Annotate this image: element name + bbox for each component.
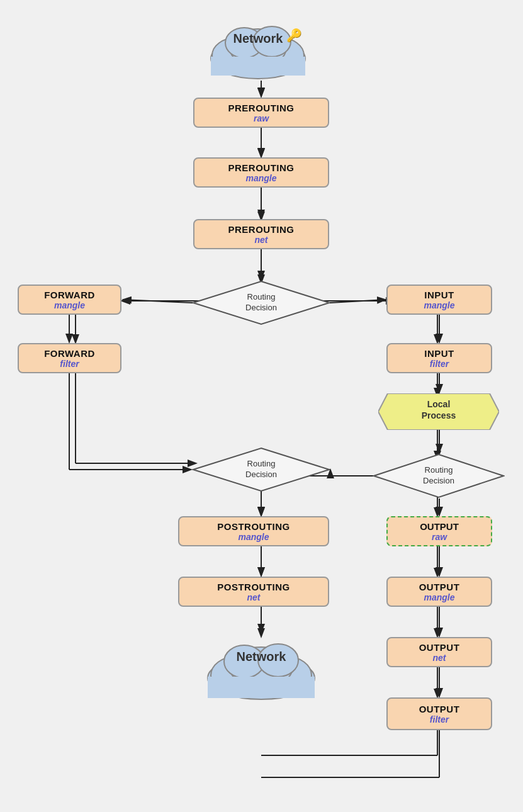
svg-text:Routing: Routing <box>425 465 453 475</box>
diamond-2-svg: Routing Decision <box>192 447 330 492</box>
svg-rect-49 <box>208 677 315 698</box>
network-top-node: Network 🔑 <box>201 14 315 84</box>
svg-text:Routing: Routing <box>247 459 276 468</box>
prerouting-mangle-node: PREROUTING mangle <box>193 157 329 188</box>
prerouting-net-title: PREROUTING <box>228 224 294 235</box>
network-bottom-label: Network <box>195 650 327 664</box>
output-net-subtitle: net <box>433 653 446 663</box>
input-filter-title: INPUT <box>424 348 454 359</box>
svg-rect-30 <box>211 57 305 76</box>
output-mangle-subtitle: mangle <box>424 592 454 602</box>
svg-text:Decision: Decision <box>245 303 277 312</box>
routing-decision-2-node: Routing Decision <box>192 447 330 492</box>
forward-mangle-subtitle: mangle <box>54 300 85 310</box>
svg-text:Decision: Decision <box>245 470 277 479</box>
routing-decision-1-node: Routing Decision <box>192 280 330 325</box>
local-process-node: Local Process <box>378 393 499 430</box>
postrouting-mangle-title: POSTROUTING <box>217 521 290 532</box>
input-mangle-node: INPUT mangle <box>386 285 492 315</box>
postrouting-net-subtitle: net <box>247 592 261 602</box>
postrouting-mangle-subtitle: mangle <box>238 532 269 542</box>
svg-text:Local: Local <box>427 399 451 409</box>
output-raw-subtitle: raw <box>432 532 447 542</box>
postrouting-mangle-node: POSTROUTING mangle <box>178 516 329 546</box>
output-raw-node: OUTPUT raw <box>386 516 492 546</box>
input-mangle-subtitle: mangle <box>424 300 454 310</box>
network-bottom-node: Network <box>195 629 327 705</box>
diamond-3-svg: Routing Decision <box>373 453 505 499</box>
prerouting-mangle-subtitle: mangle <box>245 173 276 183</box>
hexagon-svg: Local Process <box>378 393 499 430</box>
forward-filter-title: FORWARD <box>44 348 95 359</box>
svg-line-57 <box>330 300 386 303</box>
forward-filter-subtitle: filter <box>60 359 79 369</box>
forward-mangle-title: FORWARD <box>44 290 95 300</box>
input-filter-node: INPUT filter <box>386 343 492 373</box>
postrouting-net-node: POSTROUTING net <box>178 577 329 607</box>
output-mangle-title: OUTPUT <box>419 582 460 592</box>
prerouting-net-subtitle: net <box>255 235 268 245</box>
prerouting-raw-node: PREROUTING raw <box>193 98 329 128</box>
forward-filter-node: FORWARD filter <box>18 343 121 373</box>
prerouting-net-node: PREROUTING net <box>193 219 329 249</box>
prerouting-raw-title: PREROUTING <box>228 103 294 113</box>
output-filter-subtitle: filter <box>430 714 449 725</box>
output-net-node: OUTPUT net <box>386 637 492 667</box>
output-raw-title: OUTPUT <box>420 521 459 532</box>
cloud-top-svg <box>201 18 315 81</box>
diagram: Network 🔑 PREROUTING raw PREROUTING mang… <box>0 0 523 812</box>
svg-text:Routing: Routing <box>247 292 276 302</box>
svg-text:Decision: Decision <box>423 476 454 485</box>
svg-line-56 <box>123 300 193 303</box>
forward-mangle-node: FORWARD mangle <box>18 285 121 315</box>
svg-text:Process: Process <box>422 410 456 420</box>
postrouting-net-title: POSTROUTING <box>217 582 290 592</box>
key-icon: 🔑 <box>286 28 302 43</box>
prerouting-raw-subtitle: raw <box>254 113 269 123</box>
prerouting-mangle-title: PREROUTING <box>228 162 294 173</box>
output-filter-title: OUTPUT <box>419 704 460 714</box>
output-net-title: OUTPUT <box>419 642 460 653</box>
input-filter-subtitle: filter <box>430 359 449 369</box>
routing-decision-3-node: Routing Decision <box>373 453 505 499</box>
output-filter-node: OUTPUT filter <box>386 697 492 730</box>
output-mangle-node: OUTPUT mangle <box>386 577 492 607</box>
cloud-bottom-svg <box>195 633 327 702</box>
input-mangle-title: INPUT <box>424 290 454 300</box>
diamond-1-svg: Routing Decision <box>192 280 330 325</box>
